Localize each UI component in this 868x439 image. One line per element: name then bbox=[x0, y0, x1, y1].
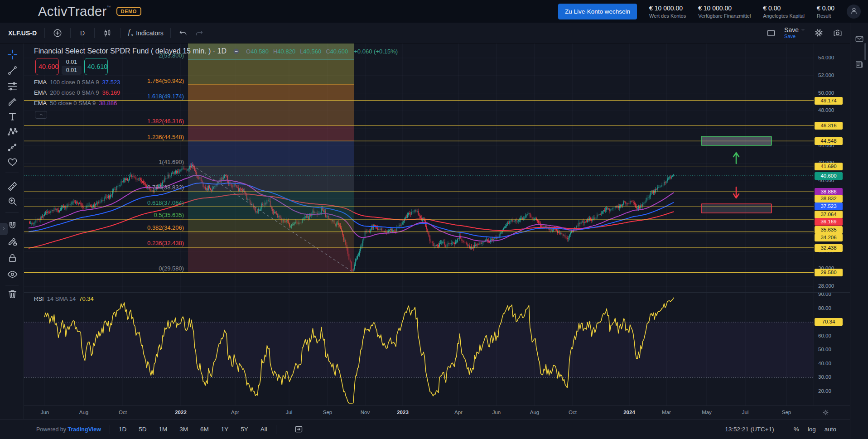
pane-separator[interactable] bbox=[24, 292, 850, 293]
axis-price-badge: 49.174 bbox=[815, 97, 843, 105]
toolbar-divider bbox=[5, 173, 19, 173]
indicator-params: 50 close 0 SMA 9 bbox=[50, 100, 96, 106]
axis-date-label: Oct bbox=[569, 410, 577, 415]
remove-all-drawings-tool[interactable] bbox=[5, 288, 19, 302]
axis-price-badge: 70.34 bbox=[815, 318, 843, 326]
save-caret-icon[interactable] bbox=[800, 27, 806, 34]
auto-scale-button[interactable]: auto bbox=[825, 426, 836, 433]
account-label: Wert des Kontos bbox=[649, 13, 686, 19]
measure-tool[interactable] bbox=[5, 180, 19, 194]
legend-collapse-button[interactable] bbox=[35, 111, 47, 119]
axis-price-label: 54.000 bbox=[818, 55, 834, 60]
axis-price-badge: 41.690 bbox=[815, 163, 843, 170]
fib-level-label: 0.5(35.635) bbox=[24, 212, 184, 218]
indicator-legend-row: EMA100 close 0 SMA 937.523 bbox=[34, 79, 120, 86]
price-axis[interactable]: 54.00052.00050.00048.00046.00044.00042.0… bbox=[814, 43, 850, 405]
save-button[interactable]: Save Save bbox=[784, 27, 806, 39]
quantity-stepper[interactable]: 0.01 0.01 bbox=[60, 59, 83, 75]
brush-tool[interactable] bbox=[5, 96, 19, 110]
range-1y[interactable]: 1Y bbox=[221, 426, 229, 433]
axis-date-label: Aug bbox=[530, 410, 539, 415]
ohlc-val: 40.580 bbox=[251, 48, 269, 55]
pattern-tool[interactable] bbox=[5, 125, 19, 139]
interval-button[interactable]: D bbox=[75, 29, 90, 37]
text-tool[interactable] bbox=[5, 111, 19, 124]
crosshair-tool[interactable] bbox=[5, 48, 19, 62]
redo-icon[interactable] bbox=[191, 29, 207, 38]
fib-level-label: 0.764(38.832) bbox=[24, 184, 184, 191]
account-stat: € 10 000.00Verfügbare Finanzmittel bbox=[698, 5, 751, 19]
legend-collapse-icon[interactable] bbox=[232, 48, 240, 55]
range-5d[interactable]: 5D bbox=[139, 426, 146, 433]
axis-price-badge: 46.316 bbox=[815, 122, 843, 130]
settings-gear-icon[interactable] bbox=[810, 28, 827, 38]
goto-date-icon[interactable] bbox=[294, 425, 304, 434]
scrollbar[interactable] bbox=[864, 43, 866, 60]
indicators-button[interactable]: ƒx Indicators bbox=[125, 28, 166, 37]
account-label: Angelegtes Kapital bbox=[763, 13, 805, 19]
axis-price-badge: 34.206 bbox=[815, 234, 843, 241]
favorites-tool[interactable] bbox=[5, 156, 19, 169]
axis-date-label: Apr bbox=[231, 410, 239, 415]
switch-to-live-account-button[interactable]: Zu Live-Konto wechse​ln bbox=[558, 4, 637, 19]
lines-tool[interactable] bbox=[5, 80, 19, 94]
news-icon[interactable] bbox=[854, 59, 864, 71]
avatar[interactable] bbox=[847, 5, 861, 19]
range-buttons: 1D5D1M3M6M1Y5YAll bbox=[119, 426, 267, 433]
ohlc-values: O40.580H40.820L40.560C40.600 bbox=[246, 48, 348, 55]
range-all[interactable]: All bbox=[260, 426, 267, 433]
symbol-label[interactable]: XLF.US-D bbox=[8, 29, 40, 37]
zoom-in-tool[interactable] bbox=[5, 195, 19, 209]
tradingview-link[interactable]: TradingView bbox=[68, 426, 101, 433]
trade-widget: 40.600 0.01 0.01 40.610 bbox=[35, 58, 108, 75]
layout-icon[interactable] bbox=[762, 28, 780, 38]
watchlist-expand-handle[interactable] bbox=[0, 223, 8, 235]
ohlc-pair: L40.560 bbox=[300, 48, 321, 55]
range-1m[interactable]: 1M bbox=[159, 426, 167, 433]
hide-all-drawings-tool[interactable] bbox=[5, 268, 19, 282]
axis-price-label: 48.000 bbox=[818, 107, 834, 113]
axis-price-badge: 36.169 bbox=[815, 218, 843, 226]
axis-price-label: 80.00 bbox=[818, 305, 831, 311]
sell-button[interactable]: 40.600 bbox=[35, 58, 59, 75]
range-1d[interactable]: 1D bbox=[119, 426, 126, 433]
log-scale-button[interactable]: log bbox=[808, 426, 816, 433]
chart-type-icon[interactable] bbox=[99, 28, 116, 38]
chart-area[interactable]: Financial Select Sector SPDR Fund ( dela… bbox=[24, 43, 814, 405]
account-stat: € 0.00Result bbox=[817, 5, 834, 19]
logo-tm: ™ bbox=[107, 5, 111, 10]
buy-button[interactable]: 40.610 bbox=[84, 58, 108, 75]
magnet-icon bbox=[7, 220, 18, 233]
add-symbol-icon[interactable] bbox=[49, 28, 66, 38]
toolbar-divider bbox=[5, 212, 19, 212]
quantity-value[interactable]: 0.01 bbox=[62, 66, 82, 75]
lock-all-drawings-tool[interactable] bbox=[5, 252, 19, 265]
undo-icon[interactable] bbox=[175, 29, 191, 38]
range-6m[interactable]: 6M bbox=[200, 426, 209, 433]
axis-price-badge: 37.523 bbox=[815, 203, 843, 210]
trend-line-tool[interactable] bbox=[5, 64, 19, 78]
axis-price-label: 50.000 bbox=[818, 90, 834, 96]
range-5y[interactable]: 5Y bbox=[241, 426, 248, 433]
screenshot-camera-icon[interactable] bbox=[829, 28, 846, 38]
range-3m[interactable]: 3M bbox=[179, 426, 188, 433]
account-value: € 0.00 bbox=[763, 5, 805, 12]
indicator-legend-row: EMA200 close 0 SMA 936.169 bbox=[34, 89, 120, 96]
percent-scale-button[interactable]: % bbox=[794, 426, 799, 433]
mail-icon[interactable] bbox=[854, 34, 864, 46]
indicator-legend-row: EMA50 close 0 SMA 938.886 bbox=[34, 100, 120, 106]
rsi-value: 70.34 bbox=[79, 295, 94, 302]
axis-date-label: Jun bbox=[492, 410, 501, 415]
brightness-sun-icon[interactable] bbox=[822, 409, 829, 418]
logo-wrap: ActivTrader ™ DEMO bbox=[38, 4, 141, 19]
axis-price-label: 40.00 bbox=[818, 361, 831, 366]
axis-date-label: Jun bbox=[41, 410, 49, 415]
forecast-icon bbox=[7, 142, 18, 155]
axis-date-label: Apr bbox=[454, 410, 463, 415]
chevron-up-icon bbox=[39, 111, 44, 119]
axis-price-badge: 29.580 bbox=[815, 269, 843, 276]
axis-price-badge: 35.635 bbox=[815, 226, 843, 234]
forecast-tool[interactable] bbox=[5, 141, 19, 155]
date-axis[interactable]: JunAugOct2022AprJulSepNov2023AprJunAugOc… bbox=[24, 405, 850, 419]
stay-in-drawing-mode-tool[interactable] bbox=[5, 236, 19, 249]
